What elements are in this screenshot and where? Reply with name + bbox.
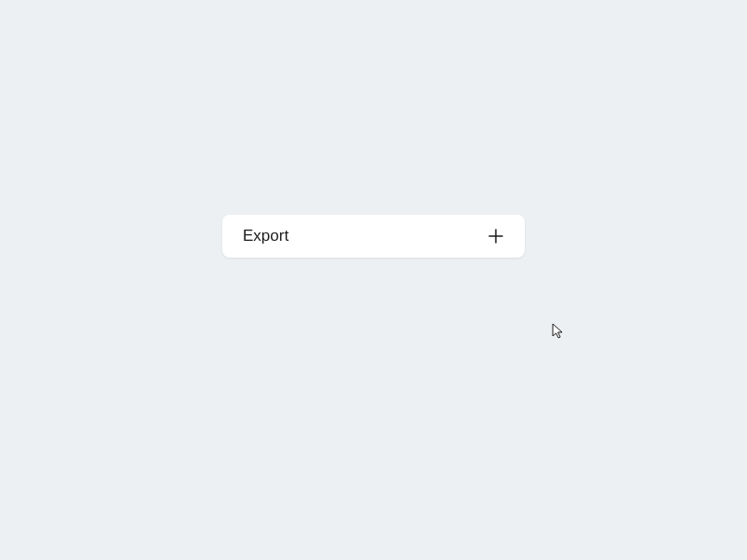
plus-icon [487, 228, 504, 245]
cursor-pointer [552, 323, 565, 340]
accordion-label: Export [243, 227, 289, 245]
export-accordion[interactable]: Export [222, 215, 525, 258]
